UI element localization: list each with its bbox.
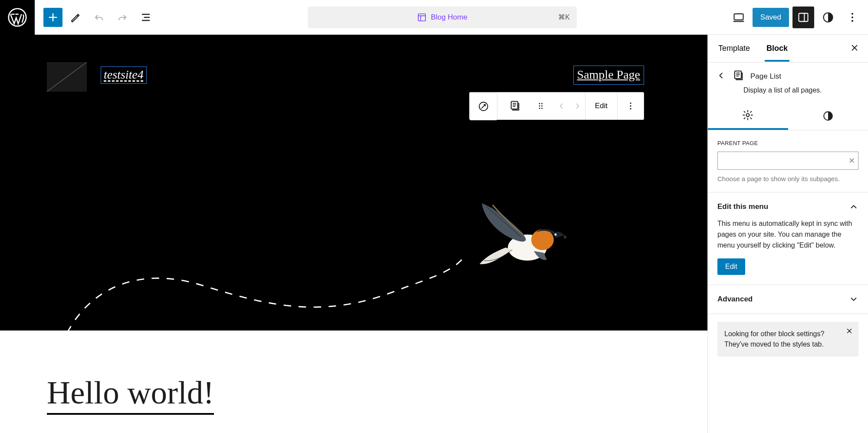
styles-tab[interactable]: [788, 102, 868, 130]
settings-sidebar-toggle[interactable]: [792, 7, 814, 28]
bird-illustration: [471, 200, 566, 278]
undo-button: [89, 7, 109, 28]
svg-point-12: [539, 106, 540, 107]
svg-point-13: [541, 106, 542, 107]
edit-menu-title: Edit this menu: [717, 202, 768, 211]
styles-button[interactable]: [818, 7, 838, 28]
document-title: Blog Home: [431, 13, 467, 22]
document-title-bar[interactable]: Blog Home ⌘K: [308, 7, 577, 28]
svg-point-6: [852, 16, 853, 18]
dismiss-notice-button[interactable]: [845, 327, 853, 338]
document-overview-button[interactable]: [135, 7, 156, 28]
command-shortcut: ⌘K: [558, 13, 570, 21]
clear-input-button[interactable]: ✕: [848, 156, 855, 165]
template-icon: [417, 13, 427, 22]
parent-page-hint: Choose a page to show only its subpages.: [717, 175, 858, 182]
advanced-title: Advanced: [717, 295, 753, 304]
settings-sidebar: Template Block Page List Display a list …: [707, 35, 868, 433]
wordpress-logo[interactable]: [0, 0, 35, 35]
svg-rect-2: [734, 13, 743, 20]
svg-point-14: [539, 108, 540, 109]
svg-point-11: [541, 103, 542, 104]
svg-point-5: [852, 13, 853, 14]
editor-canvas[interactable]: testsite4 Sample Page: [0, 35, 707, 433]
tab-block[interactable]: Block: [765, 35, 789, 62]
move-left-button: [554, 93, 569, 119]
notice-text: Looking for other block settings? They'v…: [724, 330, 824, 348]
move-right-button: [569, 93, 585, 119]
svg-point-15: [541, 108, 542, 109]
view-button[interactable]: [728, 7, 749, 28]
svg-point-21: [555, 234, 557, 236]
svg-point-17: [630, 105, 631, 106]
styles-moved-notice: Looking for other block settings? They'v…: [717, 322, 858, 357]
page-list-icon: [732, 69, 744, 83]
tools-button[interactable]: [65, 7, 86, 28]
toolbar-edit-button[interactable]: Edit: [585, 93, 617, 119]
chevron-up-icon: [849, 202, 858, 212]
close-sidebar-button[interactable]: [850, 43, 859, 54]
svg-point-18: [630, 108, 631, 109]
drag-handle[interactable]: [528, 93, 554, 119]
decorative-trail: [43, 252, 477, 331]
tab-template[interactable]: Template: [717, 35, 752, 62]
redo-button: [112, 7, 133, 28]
save-button: Saved: [753, 8, 789, 27]
parent-page-input[interactable]: [717, 152, 858, 170]
settings-tab[interactable]: [708, 102, 788, 130]
svg-rect-3: [799, 13, 808, 21]
site-title-block[interactable]: testsite4: [101, 66, 147, 84]
site-logo-placeholder[interactable]: [47, 62, 87, 92]
advanced-panel-header[interactable]: Advanced: [717, 294, 858, 304]
svg-point-10: [539, 103, 540, 104]
svg-point-20: [531, 229, 554, 250]
block-description: Display a list of all pages.: [708, 85, 868, 102]
options-button[interactable]: [842, 7, 863, 28]
parent-page-label: Parent Page: [717, 140, 858, 146]
svg-rect-1: [418, 13, 426, 21]
svg-point-16: [630, 102, 631, 104]
edit-menu-panel-header[interactable]: Edit this menu: [717, 202, 858, 212]
page-list-item[interactable]: Sample Page: [573, 66, 644, 85]
svg-point-7: [852, 20, 853, 22]
block-type-button[interactable]: [502, 93, 528, 119]
edit-menu-button[interactable]: Edit: [717, 258, 745, 275]
edit-menu-description: This menu is automatically kept in sync …: [717, 218, 858, 251]
block-nav-back[interactable]: [717, 71, 726, 82]
block-name: Page List: [750, 72, 781, 81]
chevron-down-icon: [849, 294, 858, 304]
svg-point-23: [746, 114, 750, 117]
add-block-button[interactable]: [43, 8, 62, 27]
select-parent-button[interactable]: [470, 93, 497, 120]
block-toolbar: Edit: [469, 92, 644, 120]
post-title[interactable]: Hello world!: [47, 374, 214, 415]
toolbar-options-button[interactable]: [618, 93, 644, 119]
